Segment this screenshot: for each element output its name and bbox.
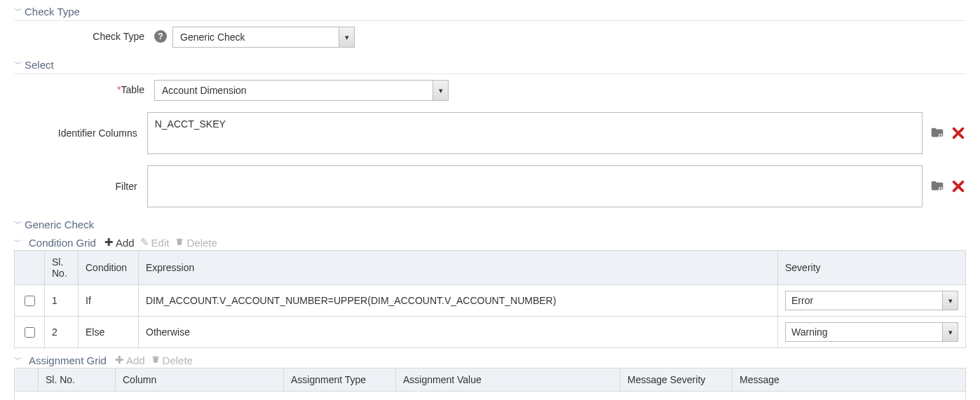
chevron-down-icon: ﹀ (14, 58, 22, 70)
chevron-down-icon[interactable]: ﹀ (14, 354, 22, 366)
clear-icon[interactable] (951, 179, 966, 194)
table-value: Account Dimension (155, 85, 433, 96)
table-label: *Table (14, 80, 154, 96)
header-sl: Sl. No. (45, 251, 79, 285)
header-sl: Sl. No. (39, 368, 116, 392)
header-column: Column (116, 368, 284, 392)
add-button[interactable]: ✚Add (104, 236, 135, 249)
severity-select[interactable]: Warning ▾ (785, 322, 958, 342)
table-row: 1 If DIM_ACCOUNT.V_ACCOUNT_NUMBER=UPPER(… (15, 285, 966, 317)
header-select-all (15, 368, 39, 392)
plus-icon: ✚ (115, 354, 124, 366)
cell-expression: Otherwise (139, 317, 778, 348)
help-icon[interactable]: ? (154, 30, 167, 43)
filter-input[interactable] (147, 165, 923, 207)
chevron-down-icon: ﹀ (14, 5, 22, 17)
section-title: Generic Check (25, 219, 94, 230)
severity-select[interactable]: Error ▾ (785, 291, 958, 310)
browse-icon[interactable] (930, 125, 945, 141)
header-assignment-value: Assignment Value (396, 368, 620, 392)
edit-button: ✎Edit (140, 236, 170, 249)
header-message: Message (733, 368, 966, 392)
dropdown-arrow-icon[interactable]: ▾ (433, 81, 448, 100)
browse-icon[interactable] (930, 179, 945, 194)
sub-section-title: Assignment Grid (29, 354, 107, 366)
check-type-select[interactable]: Generic Check ▾ (172, 27, 355, 48)
identifier-columns-input[interactable]: N_ACCT_SKEY (147, 112, 923, 154)
check-type-value: Generic Check (173, 32, 339, 43)
edit-icon: ✎ (140, 236, 149, 249)
check-type-label: Check Type (14, 27, 154, 43)
delete-button: Delete (175, 237, 217, 249)
cell-sl: 1 (45, 285, 79, 317)
table-select[interactable]: Account Dimension ▾ (154, 80, 449, 101)
header-message-severity: Message Severity (620, 368, 733, 392)
chevron-down-icon: ﹀ (14, 218, 22, 230)
dropdown-arrow-icon[interactable]: ▾ (942, 291, 958, 310)
table-row: 2 Else Otherwise Warning ▾ (15, 317, 966, 348)
header-select-all (15, 251, 45, 285)
filter-label: Filter (14, 181, 147, 193)
section-generic-check[interactable]: ﹀ Generic Check (14, 216, 966, 233)
condition-grid-table: Sl. No. Condition Expression Severity 1 … (14, 250, 966, 348)
row-checkbox[interactable] (25, 327, 35, 338)
section-title: Check Type (25, 6, 80, 18)
no-records: No Records Found (14, 392, 966, 400)
cell-condition: If (79, 285, 139, 317)
trash-icon (151, 354, 161, 366)
delete-button: Delete (151, 354, 193, 366)
plus-icon: ✚ (104, 236, 114, 249)
header-assignment-type: Assignment Type (284, 368, 396, 392)
chevron-down-icon[interactable]: ﹀ (14, 236, 22, 248)
assignment-grid-header: ﹀ Assignment Grid ✚Add Delete (14, 351, 966, 368)
condition-grid-header: ﹀ Condition Grid ✚Add ✎Edit Delete (14, 233, 966, 250)
section-select[interactable]: ﹀ Select (14, 56, 966, 74)
add-button: ✚Add (115, 354, 145, 366)
cell-condition: Else (79, 317, 139, 348)
section-title: Select (25, 59, 54, 71)
assignment-grid-table: Sl. No. Column Assignment Type Assignmen… (14, 368, 966, 392)
row-checkbox[interactable] (25, 296, 35, 306)
section-check-type[interactable]: ﹀ Check Type (14, 3, 966, 21)
dropdown-arrow-icon[interactable]: ▾ (942, 323, 958, 341)
dropdown-arrow-icon[interactable]: ▾ (339, 27, 354, 47)
identifier-columns-label: Identifier Columns (14, 127, 147, 139)
header-condition: Condition (79, 251, 139, 285)
header-expression: Expression (139, 251, 778, 285)
cell-sl: 2 (45, 317, 79, 348)
clear-icon[interactable] (951, 125, 966, 141)
sub-section-title: Condition Grid (29, 237, 96, 249)
trash-icon (175, 237, 184, 249)
header-severity: Severity (778, 251, 966, 285)
cell-expression: DIM_ACCOUNT.V_ACCOUNT_NUMBER=UPPER(DIM_A… (139, 285, 778, 317)
